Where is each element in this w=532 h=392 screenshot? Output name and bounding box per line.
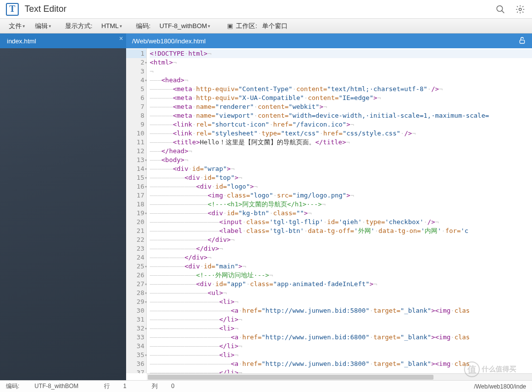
line-number[interactable]: 23 (126, 244, 146, 253)
line-number[interactable]: 11 (126, 138, 146, 147)
line-number[interactable]: 17 (126, 191, 146, 200)
code-line[interactable]: ————————————</div>¬ (150, 244, 532, 253)
line-number[interactable]: 25 (126, 262, 146, 271)
close-icon[interactable]: × (119, 34, 123, 42)
svg-line-1 (502, 10, 504, 13)
app-logo-icon: T (6, 3, 19, 16)
code-line[interactable]: ———————————————<img·class="logo"·src="im… (150, 191, 532, 200)
file-tab[interactable]: index.html × (0, 33, 126, 48)
line-number[interactable]: 4 (126, 76, 146, 85)
line-number[interactable]: 15 (126, 173, 146, 182)
code-line[interactable]: ——————<meta·http-equiv="Content-Type"·co… (150, 85, 532, 94)
code-line[interactable]: ——————————————————</li>¬ (150, 342, 532, 351)
menu-edit[interactable]: 编辑▾ (30, 22, 56, 31)
line-number[interactable]: 9 (126, 120, 146, 129)
code-line[interactable]: —————————————————————<a·href="http://www… (150, 333, 532, 342)
line-number[interactable]: 20 (126, 218, 146, 227)
code-line[interactable]: ————————————<!--·外网访问地址·-->¬ (150, 271, 532, 280)
code-line[interactable]: ————————————<div·id="app"·class="app·ani… (150, 280, 532, 289)
workspace-select[interactable]: 单个窗口 (260, 22, 293, 31)
line-number[interactable]: 28 (126, 289, 146, 297)
code-line[interactable]: ————————————<div·id="logo">¬ (150, 182, 532, 191)
display-mode-select[interactable]: HTML▾ (96, 22, 127, 30)
line-number[interactable]: 1 (126, 49, 146, 58)
code-line[interactable]: ——————<title>Hello！这里是【阿文菌】的导航页面。</title… (150, 138, 532, 147)
code-line[interactable]: —————————————————————<a·href="http://www… (150, 306, 532, 315)
code-line[interactable]: —————————<div·id="main">¬ (150, 262, 532, 271)
app-title: Text Editor (25, 4, 487, 14)
line-number[interactable]: 6 (126, 94, 146, 102)
code-line[interactable]: ——————<meta·http-equiv="X-UA-Compatible"… (150, 94, 532, 102)
line-number[interactable]: 8 (126, 111, 146, 120)
code-line[interactable]: ———————————————<div·id="kg-btn"·class=""… (150, 209, 532, 218)
svg-point-2 (519, 8, 522, 10)
line-number[interactable]: 37 (126, 368, 146, 373)
line-number[interactable]: 26 (126, 271, 146, 280)
file-tab-label: index.html (7, 37, 36, 45)
status-line: 行 1 (104, 383, 138, 390)
line-number[interactable]: 16 (126, 182, 146, 191)
code-line[interactable]: <html>¬ (150, 58, 532, 67)
code-line[interactable]: ——————————————————<label·class='tgl-btn'… (150, 227, 532, 235)
code-line[interactable]: ——————<meta·name="renderer"·content="web… (150, 102, 532, 111)
code-line[interactable]: ———————————————<ul>¬ (150, 289, 532, 297)
line-number[interactable]: 12 (126, 147, 146, 156)
svg-rect-3 (520, 40, 524, 43)
code-line[interactable]: ——————————————————<input·class='tgl·tgl-… (150, 218, 532, 227)
code-line[interactable]: ——————————————————</li>¬ (150, 315, 532, 324)
line-number[interactable]: 14 (126, 164, 146, 173)
code-line[interactable]: ——————————————————<li>¬ (150, 351, 532, 359)
line-number[interactable]: 35 (126, 351, 146, 359)
code-line[interactable]: —————————</div>¬ (150, 253, 532, 262)
line-number[interactable]: 33 (126, 333, 146, 342)
line-number[interactable]: 7 (126, 102, 146, 111)
line-number[interactable]: 10 (126, 129, 146, 138)
code-line[interactable]: ———————————————</div>¬ (150, 235, 532, 244)
line-number[interactable]: 32 (126, 324, 146, 333)
status-col: 列 0 (152, 383, 186, 390)
line-number[interactable]: 19 (126, 209, 146, 218)
code-line[interactable]: ———</head>¬ (150, 147, 532, 156)
scrollbar-thumb[interactable] (148, 375, 433, 380)
line-number[interactable]: 34 (126, 342, 146, 351)
code-line[interactable]: ——————<link·rel="shortcut·icon"·href="/f… (150, 120, 532, 129)
line-number[interactable]: 22 (126, 235, 146, 244)
line-gutter[interactable]: 1234567891011121314151617181920212223242… (126, 48, 147, 373)
line-number[interactable]: 31 (126, 315, 146, 324)
line-number[interactable]: 36 (126, 359, 146, 368)
svg-point-0 (497, 5, 503, 11)
code-line[interactable]: ——————————————————<li>¬ (150, 324, 532, 333)
line-number[interactable]: 3 (126, 67, 146, 76)
code-line[interactable]: <!DOCTYPE·html>¬ (150, 49, 532, 58)
menu-file[interactable]: 文件▾ (4, 22, 30, 31)
line-number[interactable]: 24 (126, 253, 146, 262)
unlock-icon[interactable] (518, 36, 526, 46)
line-number[interactable]: 29 (126, 297, 146, 306)
code-line[interactable]: ——————————————————<li>¬ (150, 297, 532, 306)
encoding-select[interactable]: UTF-8_withBOM▾ (154, 22, 216, 30)
line-number[interactable]: 21 (126, 227, 146, 235)
code-line[interactable]: ———————————————<!--·<h1>阿文菌的导航页</h1>·-->… (150, 200, 532, 209)
gear-icon[interactable] (514, 3, 526, 15)
code-content[interactable]: <!DOCTYPE·html>¬<html>¬¬———<head>¬——————… (147, 48, 532, 373)
file-path-bar: /Web/web1800/index.html (126, 33, 532, 48)
code-line[interactable]: ¬ (150, 67, 532, 76)
line-number[interactable]: 30 (126, 306, 146, 315)
line-number[interactable]: 2 (126, 58, 146, 67)
code-line[interactable]: ——————<meta·name="viewport"·content="wid… (150, 111, 532, 120)
line-number[interactable]: 18 (126, 200, 146, 209)
code-line[interactable]: ———<head>¬ (150, 76, 532, 85)
code-line[interactable]: ———<body>¬ (150, 156, 532, 164)
line-number[interactable]: 27 (126, 280, 146, 289)
workspace-label: 工作区: (233, 22, 260, 31)
status-encoding: 编码: UTF-8_withBOM (6, 383, 90, 390)
line-number[interactable]: 5 (126, 85, 146, 94)
code-line[interactable]: —————————<div·id="top">¬ (150, 173, 532, 182)
encoding-label: 编码: (127, 22, 154, 31)
search-icon[interactable] (495, 3, 506, 15)
code-area[interactable]: 1234567891011121314151617181920212223242… (126, 48, 532, 373)
line-number[interactable]: 13 (126, 156, 146, 164)
code-line[interactable]: ——————<link·rel="stylesheet"·type="text/… (150, 129, 532, 138)
title-bar: T Text Editor (0, 0, 532, 19)
code-line[interactable]: ——————<div·id="wrap">¬ (150, 164, 532, 173)
